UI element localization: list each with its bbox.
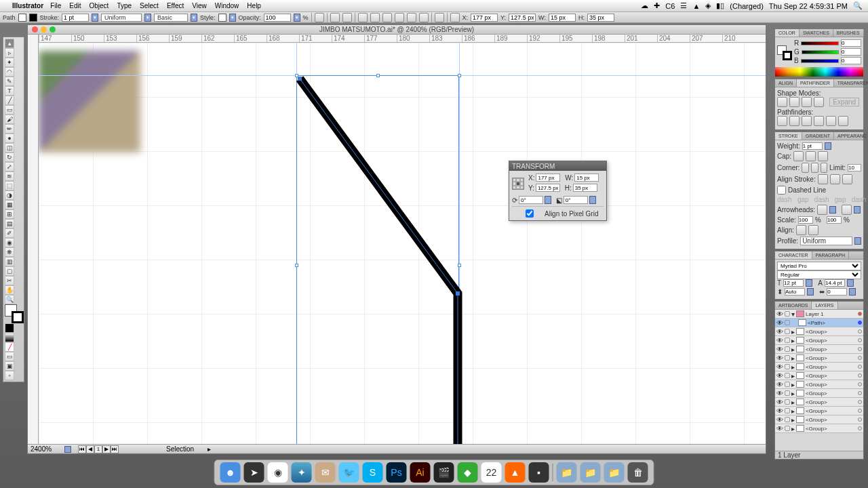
kerning-input[interactable]: [785, 288, 805, 296]
shear-input[interactable]: [564, 196, 588, 204]
profile-select[interactable]: Uniform: [800, 237, 852, 245]
lasso-tool[interactable]: ◠: [5, 67, 14, 77]
align-button[interactable]: [382, 13, 392, 22]
align-button[interactable]: [358, 13, 368, 22]
align-button[interactable]: [370, 13, 380, 22]
menu-type[interactable]: Type: [117, 2, 132, 9]
tab-character[interactable]: CHARACTER: [775, 251, 812, 259]
layer-row[interactable]: 👁▸<Group>: [775, 424, 863, 433]
visibility-toggle[interactable]: 👁: [776, 319, 783, 327]
corner-round[interactable]: [811, 163, 818, 173]
rectangle-tool[interactable]: ▭: [5, 105, 14, 115]
fill-swatch[interactable]: [18, 14, 26, 22]
color-spectrum[interactable]: [775, 67, 863, 77]
dock-calendar-icon[interactable]: 22: [481, 462, 502, 483]
menu-file[interactable]: File: [50, 2, 61, 9]
weight-input[interactable]: [802, 142, 823, 150]
tab-artboards[interactable]: ARTBOARDS: [775, 302, 812, 309]
align-button[interactable]: [395, 13, 404, 22]
stroke-dropdown[interactable]: ▾: [92, 14, 98, 22]
dashed-checkbox[interactable]: [777, 186, 786, 195]
rotate-input[interactable]: [519, 196, 543, 204]
slice-tool[interactable]: ✂: [5, 276, 14, 285]
menu-select[interactable]: Select: [140, 2, 159, 9]
color-mode[interactable]: [5, 323, 14, 333]
stroke-swatch[interactable]: [29, 14, 37, 22]
visibility-toggle[interactable]: 👁: [776, 310, 783, 318]
minimize-button[interactable]: [41, 26, 47, 33]
pathfinder-button[interactable]: [838, 116, 848, 126]
layer-row[interactable]: 👁▸<Group>: [775, 389, 863, 398]
corner-miter[interactable]: [802, 163, 809, 173]
zoom-level[interactable]: 2400%: [31, 445, 58, 453]
transform-y-input[interactable]: [536, 184, 560, 192]
arrow-end[interactable]: [842, 205, 852, 215]
eraser-tool[interactable]: ◫: [5, 143, 14, 152]
pathfinder-button[interactable]: [826, 116, 836, 126]
align-stroke-inside[interactable]: [830, 174, 840, 184]
leading-input[interactable]: [825, 279, 845, 287]
visibility-toggle[interactable]: 👁: [776, 354, 783, 362]
tracking-input[interactable]: [827, 288, 847, 296]
transform-w-input[interactable]: [574, 174, 599, 182]
dock-illustrator-icon[interactable]: Ai: [410, 462, 431, 483]
layer-row[interactable]: 👁▸<Group>: [775, 345, 863, 354]
align-button[interactable]: [407, 13, 416, 22]
dock-folder-icon[interactable]: 📁: [557, 462, 577, 483]
tab-pathfinder[interactable]: PATHFINDER: [797, 79, 834, 87]
intersect-button[interactable]: [802, 97, 812, 107]
screen-mode[interactable]: ▫: [5, 371, 14, 380]
clock[interactable]: Thu Sep 22 4:59:31 PM: [769, 2, 848, 10]
layer-row[interactable]: 👁▸<Group>: [775, 327, 863, 336]
graph-tool[interactable]: ▥: [5, 257, 14, 266]
b-input[interactable]: [841, 57, 861, 64]
width-tool[interactable]: ≋: [5, 171, 14, 181]
visibility-toggle[interactable]: 👁: [776, 363, 783, 371]
cap-round[interactable]: [806, 151, 816, 161]
transform-x-input[interactable]: [536, 174, 560, 182]
layer-row[interactable]: 👁▸<Group>: [775, 336, 863, 345]
menu-help[interactable]: Help: [247, 2, 261, 9]
dock-safari-icon[interactable]: ✦: [292, 462, 312, 483]
dock-chrome-icon[interactable]: ◉: [268, 462, 288, 483]
perspective-tool[interactable]: ▦: [5, 200, 14, 209]
transform-button[interactable]: [450, 13, 460, 22]
direct-selection-tool[interactable]: ▹: [5, 48, 14, 58]
dock-photoshop-icon[interactable]: Ps: [387, 462, 407, 483]
align-pixel-grid-checkbox[interactable]: [517, 209, 542, 218]
exclude-button[interactable]: [814, 97, 824, 107]
mesh-tool[interactable]: ⊞: [5, 209, 14, 219]
stroke-weight-input[interactable]: [62, 14, 89, 22]
visibility-toggle[interactable]: 👁: [776, 407, 783, 415]
dock-finder-icon[interactable]: ☻: [220, 462, 241, 483]
layer-row[interactable]: 👁▸<Group>: [775, 363, 863, 371]
unite-button[interactable]: [777, 97, 787, 107]
screen-mode[interactable]: ▣: [5, 361, 14, 371]
gradient-mode[interactable]: [5, 333, 14, 342]
g-input[interactable]: [841, 48, 861, 56]
visibility-toggle[interactable]: 👁: [776, 390, 783, 397]
blend-tool[interactable]: ◉: [5, 238, 14, 247]
reference-point[interactable]: [512, 178, 524, 190]
expand-button[interactable]: Expand: [829, 98, 859, 106]
visibility-toggle[interactable]: 👁: [776, 399, 783, 406]
tab-paragraph[interactable]: PARAGRAPH: [812, 251, 849, 259]
x-input[interactable]: [471, 14, 498, 22]
visibility-toggle[interactable]: 👁: [776, 337, 783, 344]
weight-dropdown[interactable]: [825, 142, 831, 150]
dock-arrow-icon[interactable]: ➤: [244, 462, 264, 483]
dock-twitter-icon[interactable]: 🐦: [339, 462, 359, 483]
blob-brush-tool[interactable]: ●: [5, 134, 14, 143]
visibility-toggle[interactable]: 👁: [776, 346, 783, 353]
visibility-toggle[interactable]: 👁: [776, 381, 783, 388]
shape-builder-tool[interactable]: ◑: [5, 190, 14, 200]
app-name[interactable]: Illustrator: [12, 2, 43, 9]
free-transform-tool[interactable]: ⬚: [5, 181, 14, 190]
cap-square[interactable]: [818, 151, 828, 161]
style-swatch[interactable]: [218, 14, 226, 22]
align-button[interactable]: [330, 13, 340, 22]
dock-folder-icon[interactable]: 📁: [604, 462, 625, 483]
pathfinder-button[interactable]: [802, 116, 812, 126]
corner-bevel[interactable]: [821, 163, 828, 173]
selected-path[interactable]: [296, 75, 466, 444]
